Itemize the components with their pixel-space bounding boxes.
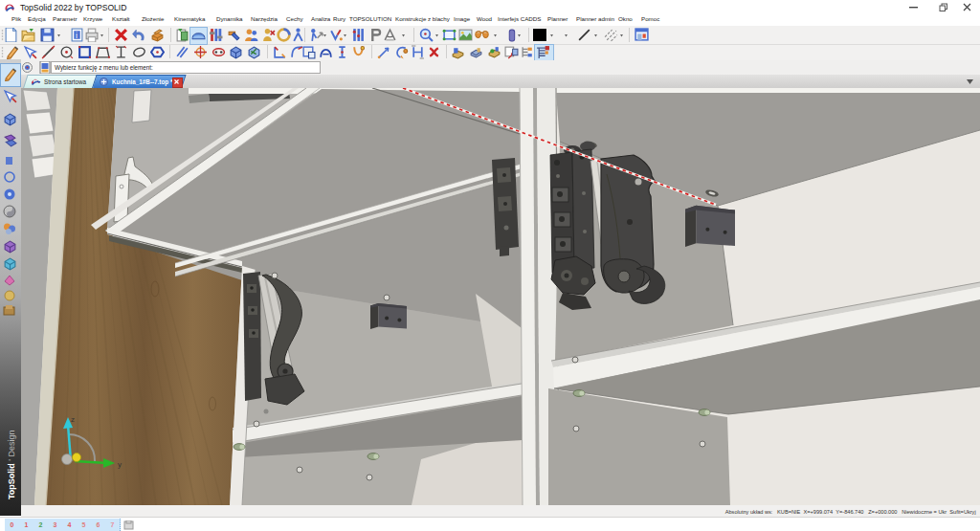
svg-text:z: z — [71, 415, 75, 424]
svg-text:i: i — [76, 31, 78, 40]
svg-text:y: y — [118, 460, 122, 469]
svg-text:TopSolid ' Design: TopSolid ' Design — [7, 430, 16, 499]
